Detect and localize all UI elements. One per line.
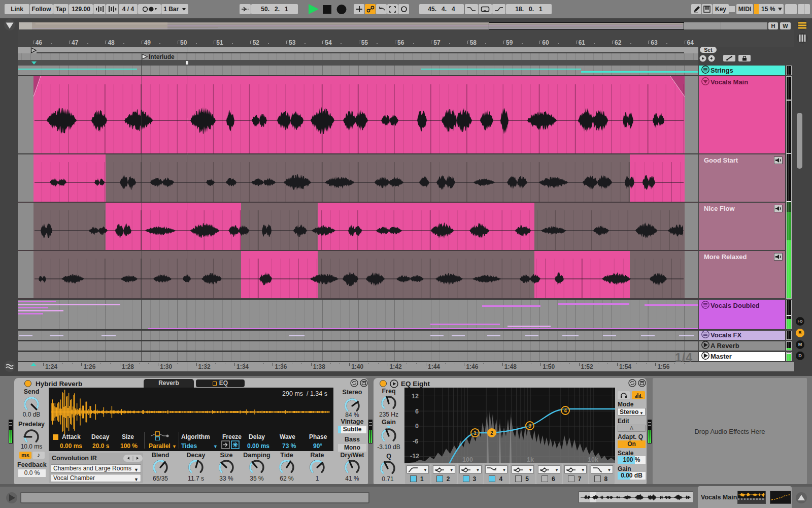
svg-text:Interlude: Interlude <box>149 53 175 60</box>
svg-text:Decay: Decay <box>187 452 206 459</box>
svg-text:Send: Send <box>24 388 40 395</box>
svg-text:0: 0 <box>415 423 419 430</box>
svg-text:1: 1 <box>473 430 477 436</box>
svg-text:1k: 1k <box>527 456 534 463</box>
svg-text:84 %: 84 % <box>345 411 359 419</box>
svg-text:12: 12 <box>412 393 419 400</box>
svg-text:35 %: 35 % <box>250 475 264 482</box>
svg-text:Tide: Tide <box>280 452 293 459</box>
svg-text:Freq: Freq <box>382 388 395 395</box>
svg-text:0.71: 0.71 <box>382 475 394 483</box>
svg-text:1: 1 <box>316 475 319 482</box>
svg-text:10.0 ms: 10.0 ms <box>21 443 43 450</box>
svg-text:Dry/Wet: Dry/Wet <box>340 452 364 459</box>
svg-text:-12: -12 <box>410 453 419 460</box>
svg-text:Stereo: Stereo <box>343 389 362 396</box>
svg-text:3: 3 <box>528 423 531 429</box>
svg-text:Damping: Damping <box>243 452 270 459</box>
svg-text:33 %: 33 % <box>219 475 233 482</box>
svg-text:Vintage: Vintage <box>341 418 364 425</box>
svg-text:41 %: 41 % <box>345 475 359 482</box>
svg-text:-6: -6 <box>413 438 418 445</box>
svg-text:Gain: Gain <box>382 419 396 426</box>
svg-text:11.7 s: 11.7 s <box>188 475 204 482</box>
svg-text:62 %: 62 % <box>280 475 294 482</box>
svg-text:10k: 10k <box>588 456 598 463</box>
svg-text:Predelay: Predelay <box>18 421 45 428</box>
svg-text:65/35: 65/35 <box>153 475 168 482</box>
svg-text:Blend: Blend <box>152 452 170 459</box>
svg-text:4: 4 <box>564 408 567 414</box>
svg-text:2: 2 <box>490 430 493 436</box>
svg-text:-3.10 dB: -3.10 dB <box>377 443 400 451</box>
svg-text:Rate: Rate <box>310 452 324 459</box>
svg-text:235 Hz: 235 Hz <box>379 411 398 418</box>
svg-text:0.0 dB: 0.0 dB <box>23 411 41 418</box>
svg-text:Size: Size <box>220 452 232 459</box>
svg-text:100: 100 <box>462 456 473 463</box>
svg-text:6: 6 <box>415 408 419 415</box>
svg-text:Q: Q <box>386 453 391 460</box>
